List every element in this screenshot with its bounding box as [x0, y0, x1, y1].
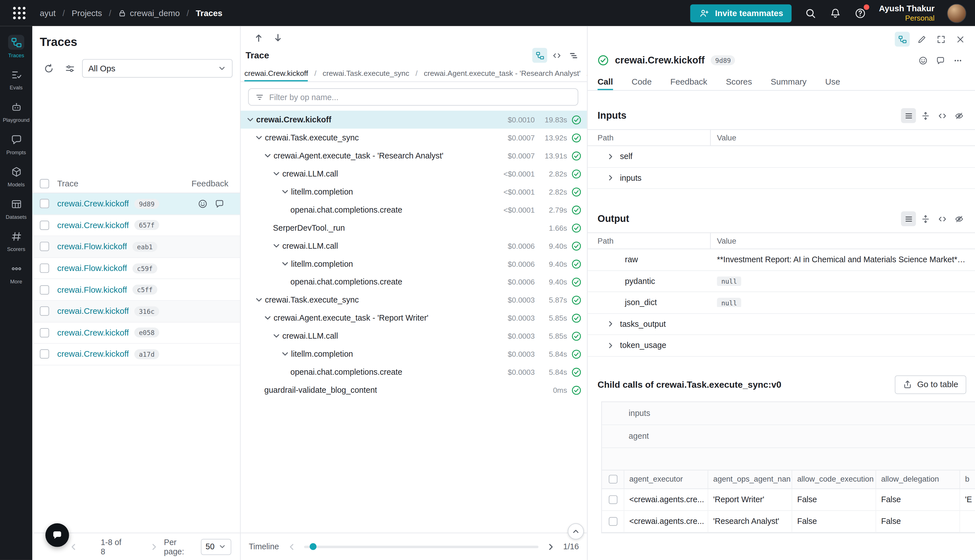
path-tab[interactable]: crewai.Crew.kickoff — [244, 65, 308, 81]
trace-tree-row[interactable]: crewai.Agent.execute_task - 'Research An… — [240, 147, 587, 165]
select-all-checkbox[interactable] — [609, 475, 617, 483]
fullscreen-icon[interactable] — [933, 32, 948, 47]
table-row[interactable]: crewai.Crew.kickoff 316c — [32, 301, 240, 322]
per-page-select[interactable]: 50 — [200, 538, 231, 555]
row-checkbox[interactable] — [40, 350, 49, 359]
expand-chevron-icon[interactable] — [606, 320, 615, 328]
row-checkbox[interactable] — [40, 199, 49, 208]
trace-name-link[interactable]: crewai.Flow.kickoff — [57, 242, 127, 251]
detail-tab[interactable]: Scores — [726, 73, 752, 90]
tree-view-toggle[interactable] — [533, 48, 547, 63]
row-checkbox[interactable] — [609, 495, 617, 504]
close-icon[interactable] — [953, 32, 968, 47]
kv-row[interactable]: tasks_output — [588, 313, 975, 335]
table-row[interactable]: crewai.Flow.kickoff eab1 — [32, 236, 240, 258]
kv-row[interactable]: raw **Investment Report: AI in Chemical … — [588, 249, 975, 271]
timeline-slider-knob[interactable] — [309, 543, 316, 550]
trace-tree-row[interactable]: litellm.completion $0.0006 9.40s — [240, 255, 587, 273]
wandb-logo[interactable] — [11, 5, 27, 21]
sidebar-item-evals[interactable]: Evals — [1, 63, 31, 94]
select-all-checkbox[interactable] — [40, 179, 49, 188]
collapse-chevron-icon[interactable] — [254, 295, 264, 305]
table-row[interactable]: crewai.Crew.kickoff a17d — [32, 344, 240, 365]
column-header[interactable]: b — [960, 470, 975, 488]
trace-tree-row[interactable]: openai.chat.completions.create <$0.0001 … — [240, 201, 587, 219]
sidebar-item-models[interactable]: Models — [1, 160, 31, 191]
table-row[interactable]: crewai.Flow.kickoff c5ff — [32, 279, 240, 301]
expand-chevron-icon[interactable] — [606, 341, 615, 350]
sidebar-item-prompts[interactable]: Prompts — [1, 128, 31, 158]
trace-name-link[interactable]: crewai.Flow.kickoff — [57, 263, 127, 273]
trace-tree-row[interactable]: crewai.Task.execute_sync $0.0007 13.92s — [240, 128, 587, 147]
detail-tab[interactable]: Call — [598, 73, 613, 90]
row-checkbox[interactable] — [40, 220, 49, 230]
row-checkbox[interactable] — [609, 517, 617, 526]
hide-values-icon[interactable] — [951, 108, 966, 123]
row-checkbox[interactable] — [40, 242, 49, 251]
scroll-to-top-button[interactable] — [568, 523, 584, 539]
column-header[interactable]: agent_ops_agent_nan — [708, 470, 791, 488]
expand-rows-icon[interactable] — [918, 211, 933, 226]
op-filter-input[interactable] — [269, 92, 571, 102]
sidebar-item-datasets[interactable]: Datasets — [1, 193, 31, 223]
sidebar-item-more[interactable]: More — [1, 257, 31, 288]
trace-tree-row[interactable]: SerperDevTool._run 1.66s — [240, 219, 587, 237]
list-view-icon[interactable] — [901, 108, 916, 123]
prev-page-icon[interactable] — [68, 542, 78, 552]
add-reaction-icon[interactable] — [198, 199, 208, 209]
user-menu[interactable]: Ayush Thakur Personal — [879, 4, 934, 23]
kv-row[interactable]: pydantic null — [588, 271, 975, 292]
collapse-chevron-icon[interactable] — [272, 331, 281, 341]
column-header[interactable]: allow_code_execution — [791, 470, 876, 488]
trace-tree-row[interactable]: openai.chat.completions.create $0.0006 9… — [240, 273, 587, 291]
sidebar-item-playground[interactable]: Playground — [1, 96, 31, 126]
trace-tree-row[interactable]: litellm.completion $0.0003 5.84s — [240, 345, 587, 363]
timeline-slider[interactable] — [304, 545, 538, 548]
collapse-chevron-icon[interactable] — [280, 349, 290, 359]
collapse-chevron-icon[interactable] — [272, 241, 281, 250]
add-note-icon[interactable] — [933, 53, 948, 68]
timeline-next-icon[interactable] — [546, 542, 556, 552]
row-checkbox[interactable] — [40, 285, 49, 294]
collapse-chevron-icon[interactable] — [280, 259, 290, 268]
expand-chevron-icon[interactable] — [606, 173, 615, 182]
collapse-chevron-icon[interactable] — [272, 169, 281, 178]
trace-tree-row[interactable]: openai.chat.completions.create $0.0003 5… — [240, 363, 587, 381]
path-tab[interactable]: crewai.Task.execute_sync — [308, 65, 409, 81]
code-view-icon[interactable] — [935, 211, 950, 226]
breadcrumb-project[interactable]: crewai_demo — [118, 8, 180, 18]
code-view-icon[interactable] — [935, 108, 950, 123]
expand-rows-icon[interactable] — [918, 108, 933, 123]
breadcrumb-projects[interactable]: Projects — [72, 8, 102, 18]
add-note-icon[interactable] — [214, 199, 224, 209]
table-row[interactable]: crewai.Flow.kickoff c59f — [32, 258, 240, 279]
trace-tree-row[interactable]: crewai.LLM.call <$0.0001 2.82s — [240, 165, 587, 183]
ops-filter-select[interactable]: All Ops — [82, 59, 232, 78]
show-tree-toggle[interactable] — [895, 32, 910, 47]
expand-chevron-icon[interactable] — [606, 152, 615, 161]
breadcrumb-entity[interactable]: ayut — [40, 8, 55, 18]
next-page-icon[interactable] — [149, 542, 159, 552]
path-tab[interactable]: crewai.LLM.cal — [581, 65, 587, 81]
previous-sibling-icon[interactable] — [254, 33, 264, 43]
avatar[interactable] — [947, 3, 966, 23]
trace-name-link[interactable]: crewai.Crew.kickoff — [57, 220, 129, 230]
collapse-chevron-icon[interactable] — [263, 151, 272, 160]
collapse-chevron-icon[interactable] — [254, 133, 264, 142]
table-row[interactable]: crewai.Crew.kickoff 657f — [32, 215, 240, 236]
edit-pencil-icon[interactable] — [914, 32, 929, 47]
kv-row[interactable]: token_usage — [588, 335, 975, 357]
search-icon[interactable] — [804, 7, 817, 19]
timeline-prev-icon[interactable] — [286, 542, 296, 552]
refresh-button[interactable] — [40, 60, 57, 77]
row-checkbox[interactable] — [40, 307, 49, 316]
detail-tab[interactable]: Use — [825, 73, 840, 90]
add-reaction-icon[interactable] — [915, 53, 930, 68]
sidebar-item-scorers[interactable]: Scorers — [1, 225, 31, 255]
filter-settings-icon[interactable] — [61, 60, 78, 77]
collapse-chevron-icon[interactable] — [246, 115, 255, 124]
row-checkbox[interactable] — [40, 263, 49, 273]
detail-tab[interactable]: Feedback — [670, 73, 707, 90]
column-header[interactable]: allow_delegation — [875, 470, 960, 488]
kv-row[interactable]: inputs — [588, 167, 975, 189]
